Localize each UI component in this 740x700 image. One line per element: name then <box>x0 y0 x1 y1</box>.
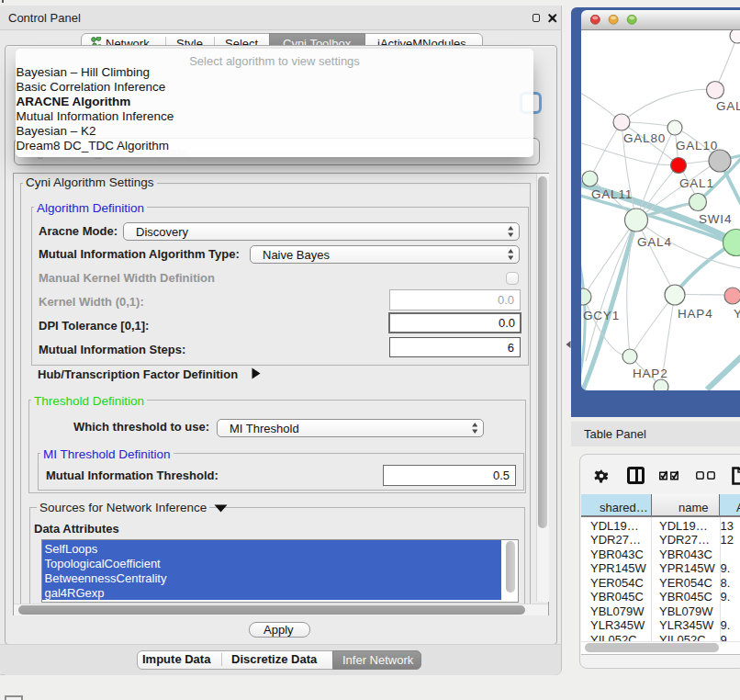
svg-text:GAL80: GAL80 <box>623 131 666 145</box>
svg-text:HAP4: HAP4 <box>678 307 712 321</box>
svg-text:GCY1: GCY1 <box>583 309 620 322</box>
svg-text:GAL1: GAL1 <box>679 176 714 190</box>
svg-text:Y: Y <box>734 307 740 321</box>
svg-text:SWI4: SWI4 <box>699 212 732 226</box>
svg-text:GAL4: GAL4 <box>637 235 672 249</box>
svg-text:GAL10: GAL10 <box>676 139 718 152</box>
svg-text:GAL: GAL <box>716 99 740 113</box>
svg-text:HAP2: HAP2 <box>633 367 667 380</box>
svg-text:GAL11: GAL11 <box>591 187 633 201</box>
